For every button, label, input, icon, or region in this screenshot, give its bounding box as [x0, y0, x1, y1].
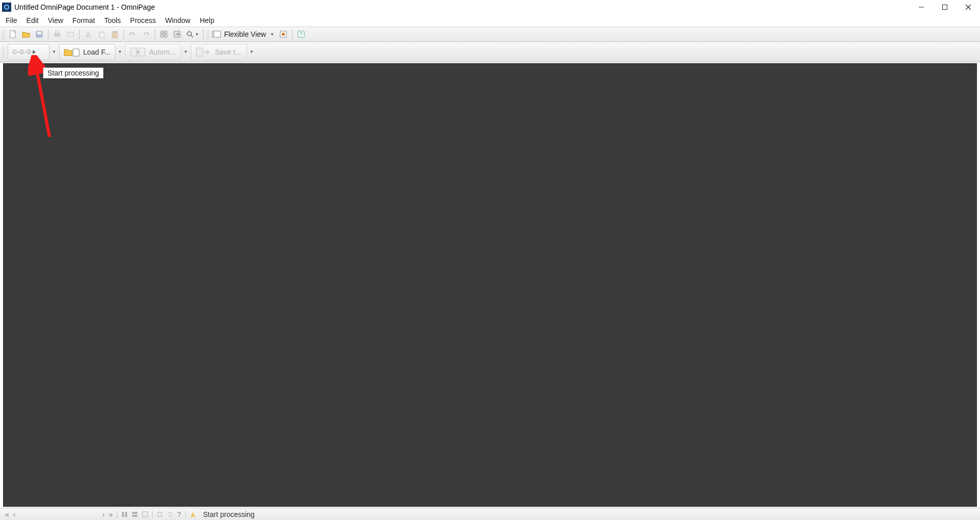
- auto-zone-icon: [130, 47, 146, 57]
- toolbar-grip[interactable]: [2, 47, 5, 57]
- warning-icon: [189, 511, 197, 517]
- view-mode-3-button[interactable]: [141, 511, 149, 517]
- open-document-button[interactable]: [20, 28, 32, 40]
- menu-edit[interactable]: Edit: [22, 15, 43, 26]
- workflow-button-1[interactable]: [158, 28, 170, 40]
- chevron-down-icon: ▼: [270, 32, 274, 37]
- paste-button[interactable]: [109, 28, 121, 40]
- toolbar-separator: [292, 29, 292, 39]
- view-selector[interactable]: Flexible View ▼: [211, 28, 276, 40]
- document-view-area[interactable]: [3, 63, 977, 507]
- toolbar-grip[interactable]: [2, 29, 5, 39]
- nav-first-button[interactable]: «: [4, 510, 10, 518]
- automatic-label: Autom...: [149, 48, 176, 56]
- svg-rect-39: [125, 512, 127, 517]
- menu-view[interactable]: View: [43, 15, 68, 26]
- svg-rect-43: [158, 512, 162, 516]
- chevron-down-icon: ▼: [195, 32, 199, 37]
- svg-rect-31: [73, 49, 79, 56]
- svg-point-23: [187, 32, 191, 36]
- toolbar-separator: [48, 29, 48, 39]
- menu-window[interactable]: Window: [160, 15, 195, 26]
- chevron-down-icon: ▼: [250, 49, 254, 54]
- save-document-button[interactable]: [33, 28, 45, 40]
- svg-rect-38: [122, 512, 124, 517]
- view-icon: [212, 30, 221, 38]
- menu-file[interactable]: File: [1, 15, 22, 26]
- zoom-button[interactable]: ▼: [184, 28, 201, 40]
- toolbar-standard: ▼ Flexible View ▼ ?: [0, 27, 980, 42]
- menu-bar: File Edit View Format Tools Process Wind…: [0, 14, 980, 27]
- nav-next-button[interactable]: ›: [101, 510, 106, 518]
- svg-point-28: [282, 33, 285, 36]
- export-icon: [195, 47, 212, 57]
- send-mail-button[interactable]: [64, 28, 77, 40]
- help-button[interactable]: ?: [295, 28, 307, 40]
- nav-last-button[interactable]: »: [108, 510, 114, 518]
- automatic-button[interactable]: Autom...: [125, 44, 181, 60]
- workflow-button-2[interactable]: [171, 28, 183, 40]
- chevron-down-icon: ▼: [52, 49, 56, 54]
- svg-rect-20: [161, 31, 167, 37]
- toolbar-separator: [79, 29, 80, 39]
- statusbar-separator: [117, 511, 117, 518]
- options-button[interactable]: [277, 28, 289, 40]
- automatic-dropdown[interactable]: ▼: [182, 44, 189, 60]
- toolbar-process: 1›2›3 ▼ Load F... ▼ Autom... ▼ Save t...: [0, 42, 980, 62]
- print-button[interactable]: [51, 28, 63, 40]
- nav-prev-button[interactable]: ‹: [12, 510, 17, 518]
- help-status-button[interactable]: ?: [176, 510, 182, 518]
- view-mode-2-button[interactable]: [131, 511, 139, 517]
- load-files-label: Load F...: [83, 48, 111, 56]
- status-bar: « ‹ › » ? Start processing: [0, 508, 980, 520]
- svg-rect-8: [56, 31, 59, 33]
- menu-tools[interactable]: Tools: [100, 15, 126, 26]
- chevron-down-icon: ▼: [118, 49, 122, 54]
- magnifier-icon: [186, 30, 194, 38]
- svg-rect-7: [55, 33, 60, 36]
- svg-rect-42: [142, 512, 148, 517]
- load-files-dropdown[interactable]: ▼: [116, 44, 123, 60]
- toolbar-separator: [155, 29, 155, 39]
- close-button[interactable]: [957, 0, 980, 14]
- toolbar-separator: [124, 29, 124, 39]
- start-processing-button[interactable]: 1›2›3: [8, 44, 50, 60]
- svg-marker-44: [190, 512, 195, 517]
- refresh-button[interactable]: [166, 511, 174, 517]
- statusbar-separator: [152, 511, 153, 518]
- window-title: Untitled OmniPage Document 1 - OmniPage: [14, 3, 155, 11]
- start-processing-dropdown[interactable]: ▼: [50, 44, 57, 60]
- svg-text:?: ?: [300, 32, 303, 37]
- view-mode-1-button[interactable]: [120, 511, 129, 517]
- chevron-down-icon: ▼: [184, 49, 188, 54]
- save-to-button[interactable]: Save t...: [191, 44, 247, 60]
- title-bar: Untitled OmniPage Document 1 - OmniPage: [0, 0, 980, 14]
- steps-icon: 1›2›3: [12, 49, 36, 55]
- folder-scan-icon: [64, 47, 80, 57]
- copy-button[interactable]: [95, 28, 108, 40]
- maximize-button[interactable]: [933, 0, 957, 14]
- svg-rect-40: [132, 512, 137, 514]
- minimize-button[interactable]: [910, 0, 933, 14]
- svg-rect-35: [197, 48, 203, 56]
- undo-button[interactable]: [127, 28, 139, 40]
- status-text: Start processing: [203, 510, 255, 518]
- menu-help[interactable]: Help: [195, 15, 219, 26]
- window-controls: [910, 0, 980, 14]
- new-document-button[interactable]: [7, 28, 19, 40]
- view-mode-4-button[interactable]: [156, 511, 164, 517]
- svg-rect-33: [139, 48, 145, 56]
- svg-rect-4: [10, 31, 15, 38]
- toolbar-separator: [203, 29, 204, 39]
- svg-rect-32: [131, 48, 137, 56]
- load-files-button[interactable]: Load F...: [59, 44, 115, 60]
- menu-process[interactable]: Process: [126, 15, 161, 26]
- svg-rect-26: [212, 31, 214, 37]
- menu-format[interactable]: Format: [68, 15, 100, 26]
- save-to-dropdown[interactable]: ▼: [248, 44, 255, 60]
- svg-line-24: [191, 35, 193, 37]
- title-bar-left: Untitled OmniPage Document 1 - OmniPage: [2, 3, 155, 12]
- redo-button[interactable]: [140, 28, 152, 40]
- toolbar-grip[interactable]: [206, 29, 209, 39]
- cut-button[interactable]: [82, 28, 94, 40]
